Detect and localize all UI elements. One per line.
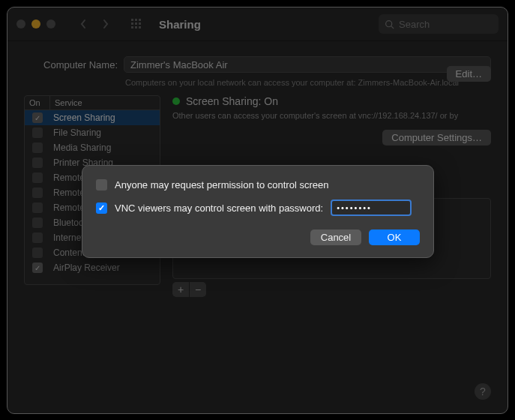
svg-rect-7 <box>135 26 137 28</box>
svg-rect-0 <box>131 19 133 21</box>
settings-row: Computer Settings… <box>172 130 491 146</box>
svg-rect-1 <box>135 19 137 21</box>
help-button[interactable]: ? <box>475 383 491 400</box>
vnc-checkbox[interactable] <box>96 202 107 214</box>
edit-button[interactable]: Edit… <box>447 66 491 82</box>
service-label: AirPlay Receiver <box>50 262 160 273</box>
svg-rect-2 <box>139 19 141 21</box>
svg-rect-5 <box>139 22 141 25</box>
cancel-button[interactable]: Cancel <box>310 230 361 245</box>
service-checkbox[interactable] <box>25 232 50 243</box>
service-row[interactable]: Media Sharing <box>25 140 160 155</box>
computer-settings-sheet: Anyone may request permission to control… <box>82 165 434 258</box>
service-checkbox[interactable] <box>25 218 50 228</box>
anyone-checkbox[interactable] <box>96 179 107 190</box>
service-label: Media Sharing <box>50 142 160 153</box>
service-checkbox[interactable] <box>25 128 50 138</box>
svg-rect-6 <box>131 26 133 28</box>
svg-rect-8 <box>139 26 141 28</box>
service-checkbox[interactable] <box>25 248 50 258</box>
service-label: File Sharing <box>50 128 160 138</box>
chevron-left-icon <box>79 19 87 29</box>
svg-rect-3 <box>131 22 133 25</box>
anyone-label: Anyone may request permission to control… <box>115 179 328 190</box>
remove-button[interactable]: − <box>190 282 206 297</box>
svg-point-9 <box>386 20 392 26</box>
search-input[interactable] <box>399 19 493 30</box>
zoom-window-icon[interactable] <box>46 20 55 28</box>
search-icon <box>385 20 394 29</box>
service-checkbox[interactable] <box>25 142 50 153</box>
computer-name-input[interactable] <box>124 56 491 73</box>
status-text: Screen Sharing: On <box>186 95 278 107</box>
status-indicator-icon <box>172 98 180 105</box>
show-all-icon[interactable] <box>130 18 142 30</box>
window-title: Sharing <box>159 18 201 31</box>
service-checkbox[interactable] <box>25 172 50 183</box>
back-button[interactable] <box>72 15 94 33</box>
chevron-right-icon <box>102 19 109 29</box>
service-label: Screen Sharing <box>50 112 160 123</box>
service-row[interactable]: Screen Sharing <box>25 110 160 125</box>
add-button[interactable]: + <box>172 282 189 297</box>
header-on: On <box>25 96 50 110</box>
vnc-password-input[interactable] <box>331 200 412 216</box>
computer-name-subtext: Computers on your local network can acce… <box>125 77 491 88</box>
option-row-anyone: Anyone may request permission to control… <box>96 179 420 190</box>
close-window-icon[interactable] <box>16 20 25 28</box>
status-subtext: Other users can access your computer's s… <box>172 110 491 122</box>
ok-button[interactable]: OK <box>369 230 420 245</box>
service-checkbox[interactable] <box>25 112 50 123</box>
vnc-label: VNC viewers may control screen with pass… <box>115 202 323 214</box>
service-checkbox[interactable] <box>25 188 50 198</box>
add-remove-row: + − <box>172 282 491 297</box>
service-row[interactable]: AirPlay Receiver <box>25 260 160 275</box>
services-header: On Service <box>25 96 160 110</box>
header-service: Service <box>50 96 160 110</box>
service-checkbox[interactable] <box>25 158 50 168</box>
computer-settings-button[interactable]: Computer Settings… <box>382 130 491 146</box>
search-field-wrap[interactable] <box>379 14 499 34</box>
computer-name-label: Computer Name: <box>24 59 118 70</box>
service-checkbox[interactable] <box>25 262 50 273</box>
titlebar: Sharing <box>7 8 508 41</box>
nav-arrows <box>72 15 117 33</box>
service-row[interactable]: File Sharing <box>25 125 160 140</box>
sheet-buttons: Cancel OK <box>96 230 420 245</box>
svg-rect-4 <box>135 22 137 25</box>
forward-button[interactable] <box>94 15 117 33</box>
svg-line-10 <box>391 26 394 28</box>
status-row: Screen Sharing: On <box>172 95 491 107</box>
minimize-window-icon[interactable] <box>31 20 40 28</box>
option-row-vnc: VNC viewers may control screen with pass… <box>96 200 420 216</box>
service-checkbox[interactable] <box>25 202 50 213</box>
traffic-lights <box>16 20 55 28</box>
